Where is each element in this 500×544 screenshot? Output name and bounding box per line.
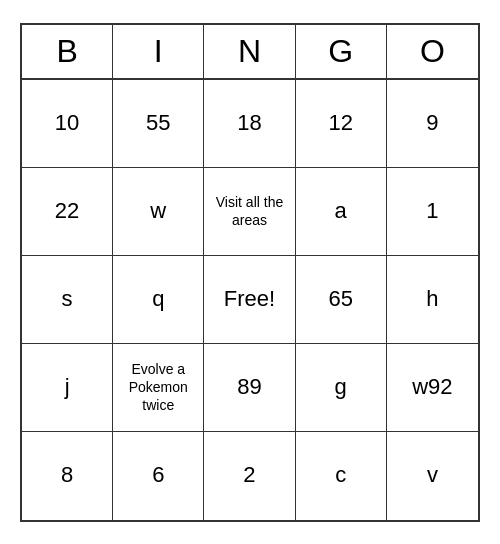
bingo-cell-2: 18	[204, 80, 295, 168]
cell-text-21: 6	[152, 462, 164, 488]
bingo-cell-0: 10	[22, 80, 113, 168]
cell-text-10: s	[62, 286, 73, 312]
cell-text-14: h	[426, 286, 438, 312]
cell-text-3: 12	[328, 110, 352, 136]
header-letter-I: I	[113, 25, 204, 78]
bingo-grid: 10551812922wVisit all the areasa1sqFree!…	[22, 80, 478, 520]
header-letter-O: O	[387, 25, 478, 78]
cell-text-17: 89	[237, 374, 261, 400]
cell-text-19: w92	[412, 374, 452, 400]
cell-text-22: 2	[243, 462, 255, 488]
bingo-cell-10: s	[22, 256, 113, 344]
cell-text-11: q	[152, 286, 164, 312]
bingo-cell-14: h	[387, 256, 478, 344]
bingo-cell-12: Free!	[204, 256, 295, 344]
bingo-cell-3: 12	[296, 80, 387, 168]
cell-text-13: 65	[328, 286, 352, 312]
header-letter-B: B	[22, 25, 113, 78]
bingo-cell-18: g	[296, 344, 387, 432]
cell-text-1: 55	[146, 110, 170, 136]
bingo-cell-9: 1	[387, 168, 478, 256]
bingo-cell-15: j	[22, 344, 113, 432]
cell-text-0: 10	[55, 110, 79, 136]
header-letter-G: G	[296, 25, 387, 78]
bingo-cell-8: a	[296, 168, 387, 256]
bingo-cell-17: 89	[204, 344, 295, 432]
cell-text-7: Visit all the areas	[208, 193, 290, 229]
bingo-cell-23: c	[296, 432, 387, 520]
cell-text-20: 8	[61, 462, 73, 488]
bingo-cell-24: v	[387, 432, 478, 520]
bingo-cell-16: Evolve a Pokemon twice	[113, 344, 204, 432]
bingo-cell-13: 65	[296, 256, 387, 344]
cell-text-6: w	[150, 198, 166, 224]
bingo-cell-1: 55	[113, 80, 204, 168]
cell-text-2: 18	[237, 110, 261, 136]
cell-text-12: Free!	[224, 286, 275, 312]
bingo-card: BINGO 10551812922wVisit all the areasa1s…	[20, 23, 480, 522]
cell-text-9: 1	[426, 198, 438, 224]
cell-text-24: v	[427, 462, 438, 488]
bingo-cell-20: 8	[22, 432, 113, 520]
bingo-cell-11: q	[113, 256, 204, 344]
bingo-cell-22: 2	[204, 432, 295, 520]
bingo-cell-5: 22	[22, 168, 113, 256]
bingo-header: BINGO	[22, 25, 478, 80]
bingo-cell-7: Visit all the areas	[204, 168, 295, 256]
cell-text-23: c	[335, 462, 346, 488]
bingo-cell-19: w92	[387, 344, 478, 432]
cell-text-18: g	[335, 374, 347, 400]
bingo-cell-6: w	[113, 168, 204, 256]
cell-text-4: 9	[426, 110, 438, 136]
bingo-cell-21: 6	[113, 432, 204, 520]
cell-text-5: 22	[55, 198, 79, 224]
cell-text-8: a	[335, 198, 347, 224]
bingo-cell-4: 9	[387, 80, 478, 168]
cell-text-15: j	[65, 374, 70, 400]
header-letter-N: N	[204, 25, 295, 78]
cell-text-16: Evolve a Pokemon twice	[117, 360, 199, 415]
